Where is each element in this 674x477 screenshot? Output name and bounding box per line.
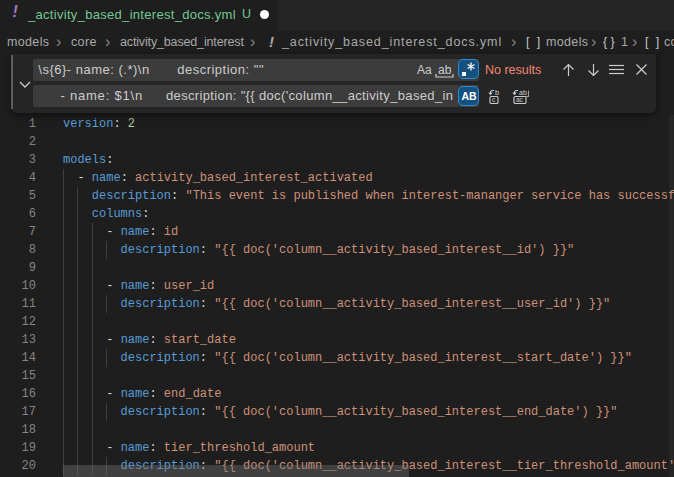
svg-text:ac: ac: [516, 96, 524, 103]
svg-text:c: c: [492, 96, 496, 103]
svg-text:ab: ab: [519, 89, 527, 96]
svg-text:b: b: [495, 88, 499, 97]
